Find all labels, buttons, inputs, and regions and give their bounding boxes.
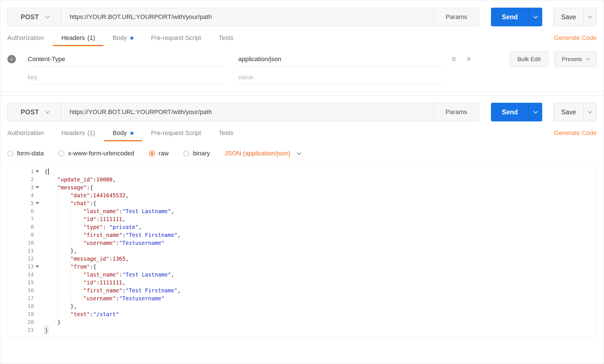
header-value-input[interactable]: application/json (238, 52, 444, 67)
line-number-gutter: 20 (8, 318, 41, 326)
code-line[interactable]: 2"update_id":10000, (8, 175, 596, 183)
code-line[interactable]: 13"from":{ (8, 263, 596, 271)
send-button[interactable]: Send (491, 8, 542, 26)
line-number-gutter: 6 (8, 207, 41, 215)
indent-guide (58, 271, 71, 279)
radio-x-www-form-urlencoded[interactable]: x-www-form-urlencoded (58, 150, 134, 157)
url-input[interactable]: https://YOUR.BOT.URL:YOURPORT/with/your/… (61, 8, 434, 26)
tab-pre-request-script[interactable]: Pre-request Script (151, 129, 201, 141)
code-line[interactable]: 19"text":"/start" (8, 310, 596, 318)
tab-body[interactable]: Body (112, 129, 133, 141)
tab-body[interactable]: Body (112, 34, 133, 46)
row-delete-icon[interactable]: ✕ (466, 56, 471, 62)
save-button[interactable]: Save (554, 103, 597, 121)
code-line[interactable]: 8"type": "private", (8, 223, 596, 231)
indent-guide (44, 286, 58, 294)
code-fold-icon[interactable] (34, 263, 41, 271)
code-line[interactable]: 9"first_name":"Test Firstname", (8, 231, 596, 239)
method-label: POST (21, 13, 39, 21)
code-token: "chat" (71, 199, 90, 207)
radio-icon (183, 151, 189, 157)
line-number-gutter: 7 (8, 215, 41, 223)
code-line[interactable]: 5"chat":{ (8, 199, 596, 207)
panel-divider (0, 92, 604, 95)
save-label[interactable]: Save (554, 103, 583, 121)
code-line[interactable]: 6"last_name":"Test Lastname", (8, 207, 596, 215)
radio-icon (7, 151, 13, 157)
code-line[interactable]: 18}, (8, 302, 596, 310)
code-line[interactable]: 3"message":{ (8, 183, 596, 191)
code-token: "last_name" (83, 271, 119, 279)
indent-guide (71, 279, 84, 286)
new-header-key-input[interactable]: key (28, 70, 225, 85)
send-dropdown-button[interactable] (529, 8, 542, 26)
send-label[interactable]: Send (491, 103, 528, 121)
line-number: 10 (27, 239, 34, 247)
save-dropdown-button[interactable] (583, 8, 596, 26)
send-label[interactable]: Send (491, 8, 528, 26)
bulk-edit-button[interactable]: Bulk Edit (510, 52, 548, 67)
generate-code-link[interactable]: Generate Code (554, 34, 597, 42)
code-line[interactable]: 4"date":1441645532, (8, 191, 596, 199)
tab-headers[interactable]: Headers(1) (61, 34, 95, 46)
code-text: "id":1111111, (41, 215, 126, 223)
indent-guide (58, 310, 71, 318)
code-line[interactable]: 15"id":1111111, (8, 279, 596, 286)
code-line[interactable]: 21} (8, 326, 596, 334)
code-token: : (122, 286, 126, 294)
code-token: } (58, 318, 61, 326)
row-menu-icon[interactable]: ≡ (452, 55, 456, 63)
header-enabled-checkbox[interactable]: ✓ (7, 55, 16, 63)
code-line[interactable]: 11}, (8, 247, 596, 255)
presets-button[interactable]: Presets (554, 52, 597, 67)
tab-headers[interactable]: Headers(1) (61, 129, 95, 141)
text-cursor (48, 168, 49, 175)
tab-authorization[interactable]: Authorization (7, 34, 44, 46)
radio-binary[interactable]: binary (183, 150, 210, 157)
code-line[interactable]: 1{ (8, 168, 596, 175)
indent-guide (44, 279, 58, 286)
content-type-dropdown[interactable]: JSON (application/json) (225, 150, 301, 157)
code-token: "id" (83, 279, 96, 286)
code-fold-icon[interactable] (34, 199, 41, 207)
method-select[interactable]: POST (8, 8, 61, 26)
save-dropdown-button[interactable] (583, 103, 596, 121)
code-text: "last_name":"Test Lastname", (41, 271, 174, 279)
radio-raw[interactable]: raw (149, 150, 169, 157)
send-button[interactable]: Send (491, 103, 542, 121)
indent-guide (58, 255, 71, 263)
code-fold-slot (34, 310, 41, 318)
header-key-input[interactable]: Content-Type (28, 52, 225, 67)
code-line[interactable]: 17"username":"Testusername" (8, 294, 596, 302)
code-fold-icon[interactable] (34, 183, 41, 191)
chevron-down-icon (45, 109, 50, 114)
save-label[interactable]: Save (554, 8, 583, 26)
send-dropdown-button[interactable] (529, 103, 542, 121)
generate-code-link[interactable]: Generate Code (554, 129, 597, 137)
url-input[interactable]: https://YOUR.BOT.URL:YOURPORT/with/your/… (61, 103, 434, 121)
line-number: 5 (31, 199, 34, 207)
code-line[interactable]: 16"first_name":"Test Firstname", (8, 286, 596, 294)
method-select[interactable]: POST (8, 103, 61, 121)
new-header-value-input[interactable]: value (238, 70, 444, 85)
code-token: : (109, 255, 112, 263)
save-button[interactable]: Save (554, 8, 597, 26)
code-line[interactable]: 10"username":"Testusername" (8, 239, 596, 247)
tab-tests[interactable]: Tests (219, 34, 233, 46)
code-fold-icon[interactable] (34, 168, 41, 175)
code-token: 10000 (96, 175, 112, 183)
params-button[interactable]: Params (433, 103, 479, 121)
params-button[interactable]: Params (433, 8, 479, 26)
code-token: "Test Lastname" (122, 271, 171, 279)
code-line[interactable]: 20} (8, 318, 596, 326)
code-editor[interactable]: 1{2"update_id":10000,3"message":{4"date"… (7, 165, 597, 337)
tab-tests[interactable]: Tests (219, 129, 233, 141)
code-line[interactable]: 12"message_id":1365, (8, 255, 596, 263)
tab-pre-request-script[interactable]: Pre-request Script (151, 34, 201, 46)
code-line[interactable]: 14"last_name":"Test Lastname", (8, 271, 596, 279)
line-number-gutter: 9 (8, 231, 41, 239)
radio-form-data[interactable]: form-data (7, 150, 44, 157)
code-line[interactable]: 7"id":1111111, (8, 215, 596, 223)
code-token: "Test Firstname" (126, 231, 177, 239)
tab-authorization[interactable]: Authorization (7, 129, 44, 141)
